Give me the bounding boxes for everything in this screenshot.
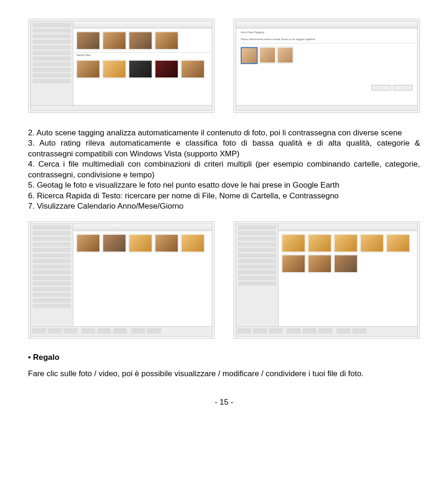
section-body-regalo: Fare clic sulle foto / video, poi è poss…: [28, 369, 420, 379]
list-item-4: 4. Cerca i file multimediali con combina…: [28, 159, 420, 180]
section-heading-regalo: • Regalo: [28, 353, 420, 362]
list-item-6: 6. Ricerca Rapida di Testo: ricercare pe…: [28, 191, 420, 201]
page-number: - 15 -: [28, 398, 420, 407]
list-item-5: 5. Geotag le foto e visualizzare le foto…: [28, 180, 420, 190]
screenshot-face-tagging: Auto Face Tagging Place checkmarks below…: [233, 19, 420, 113]
list-item-7: 7. Visulizzare Calendario Anno/Mese/Gior…: [28, 201, 420, 211]
screenshot-media-browser: Media Files: [28, 19, 215, 113]
list-item-3: 3. Auto rating rileva automaticamente e …: [28, 138, 420, 159]
list-item-2: 2. Auto scene tagging analizza automatic…: [28, 128, 420, 138]
screenshot-browser-left: [28, 221, 215, 339]
screenshot-browser-right: [233, 221, 420, 339]
